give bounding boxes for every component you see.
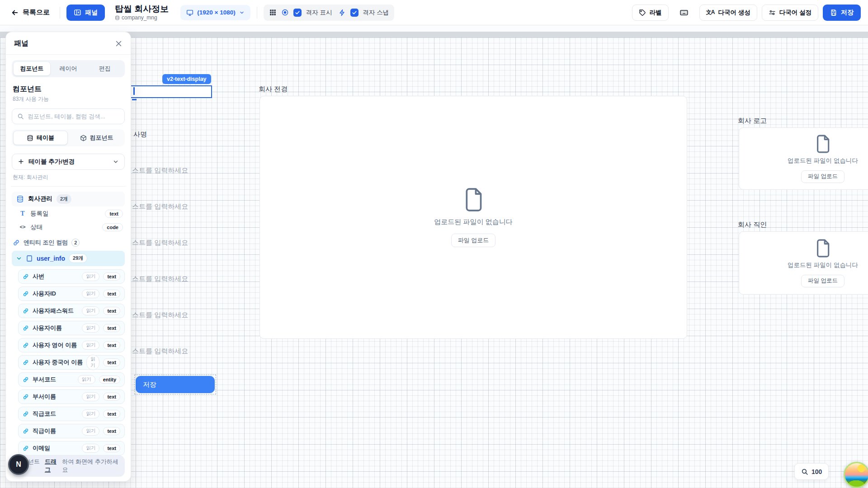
grid-options-group: 격자 표시 격자 스냅 xyxy=(264,5,395,21)
database-icon xyxy=(16,195,24,203)
back-to-list-button[interactable]: 목록으로 xyxy=(7,5,53,19)
canvas-save-button[interactable]: 저장 xyxy=(136,376,215,393)
text-input-placeholder[interactable]: 텍스트를 입력하세요 xyxy=(125,311,188,319)
translate-icon: 文A xyxy=(706,9,715,16)
chevron-down-icon xyxy=(239,10,245,15)
eye-icon[interactable] xyxy=(281,9,289,16)
source-mode-switch: 테이블 컴포넌트 xyxy=(12,129,125,146)
entity-column-item[interactable]: 직급코드 읽기 text xyxy=(18,407,125,421)
entity-column-item[interactable]: 부서코드 읽기 entity xyxy=(18,372,125,387)
link-icon xyxy=(23,291,29,297)
mode-table[interactable]: 테이블 xyxy=(13,131,68,145)
close-icon[interactable] xyxy=(115,40,123,47)
grid-show-checkbox[interactable] xyxy=(293,9,302,17)
column-name: 이메일 xyxy=(33,444,78,452)
save-button[interactable]: 저장 xyxy=(823,5,861,21)
type-badge: text xyxy=(103,307,120,315)
file-icon xyxy=(815,239,830,258)
entity-column-item[interactable]: 사용자 중국어 이름 읽기 text xyxy=(18,355,125,370)
access-badge: 읽기 xyxy=(82,272,99,281)
type-badge: text xyxy=(103,393,120,401)
file-upload-button[interactable]: 파일 업로드 xyxy=(451,234,496,247)
panel-title: 패널 xyxy=(14,39,28,48)
entity-join-section: 엔티티 조인 컬럼 2 xyxy=(12,239,125,247)
collaborator-cursor: N xyxy=(8,454,29,475)
label-button[interactable]: 라벨 xyxy=(632,5,669,21)
plus-icon xyxy=(18,158,24,165)
text-input-placeholder[interactable]: 텍스트를 입력하세요 xyxy=(125,239,188,247)
grid-icon xyxy=(269,9,277,16)
grid-snap-checkbox[interactable] xyxy=(350,9,359,17)
entity-column-item[interactable]: 사용자ID 읽기 text xyxy=(18,286,125,301)
text-input-placeholder[interactable]: 텍스트를 입력하세요 xyxy=(125,347,188,356)
empty-upload-text: 업로드된 파일이 없습니다 xyxy=(788,157,858,165)
tab-components[interactable]: 컴포넌트 xyxy=(14,62,50,75)
column-name: 사용자이름 xyxy=(33,324,78,332)
column-name: 사용자패스워드 xyxy=(33,307,78,315)
file-icon xyxy=(815,135,830,153)
i18n-generate-button[interactable]: 文A 다국어 생성 xyxy=(699,5,757,21)
add-table-button[interactable]: 테이블 추가/변경 xyxy=(12,154,125,169)
type-badge: text xyxy=(103,290,120,298)
text-input-placeholder[interactable]: 텍스트를 입력하세요 xyxy=(125,166,188,175)
user-avatar[interactable] xyxy=(844,462,868,488)
upload-dropzone[interactable]: 업로드된 파일이 없습니다 파일 업로드 xyxy=(739,127,868,190)
upload-section-label: 회사 직인 xyxy=(738,221,767,229)
entity-column-item[interactable]: 직급이름 읽기 text xyxy=(18,424,125,438)
entity-group-header[interactable]: user_info 29개 xyxy=(12,251,125,266)
join-count-badge: 2 xyxy=(71,239,80,247)
back-arrow-icon xyxy=(11,9,19,17)
table-group-header[interactable]: 회사관리 2개 xyxy=(12,192,125,206)
i18n-settings-button[interactable]: 다국어 설정 xyxy=(762,5,818,21)
entity-column-item[interactable]: 사용자이름 읽기 text xyxy=(18,321,125,335)
file-upload-button[interactable]: 파일 업로드 xyxy=(801,275,844,287)
access-badge: 읽기 xyxy=(82,306,99,315)
entity-column-item[interactable]: 사용자패스워드 읽기 text xyxy=(18,304,125,318)
code-type-icon: <> xyxy=(19,225,26,230)
chevron-down-icon xyxy=(113,159,119,165)
file-icon xyxy=(463,188,483,211)
component-panel: 패널 컴포넌트 레이어 편집 컴포넌트 83개 사용 가능 테이블 컴포넌트 xyxy=(5,32,131,482)
link-icon xyxy=(23,325,29,331)
table-column-row[interactable]: T 등록일 text xyxy=(12,207,125,220)
zoom-indicator[interactable]: 100 xyxy=(794,463,829,480)
panel-toggle-button[interactable]: 패널 xyxy=(66,5,105,21)
column-name: 사번 xyxy=(33,272,78,281)
entity-column-item[interactable]: 부서이름 읽기 text xyxy=(18,389,125,404)
lightning-icon xyxy=(339,9,346,16)
search-box xyxy=(12,108,125,124)
grid-snap-label: 격자 스냅 xyxy=(363,9,389,17)
tab-layers[interactable]: 레이어 xyxy=(50,62,87,75)
table-column-row[interactable]: <> 상태 code xyxy=(12,221,125,234)
type-badge: text xyxy=(103,410,120,418)
link-icon xyxy=(23,359,29,366)
search-input[interactable] xyxy=(28,113,119,120)
chevron-down-icon[interactable] xyxy=(16,255,22,262)
panel-tabs: 컴포넌트 레이어 편집 xyxy=(12,60,125,77)
text-cursor xyxy=(133,87,135,95)
text-input-placeholder[interactable]: 텍스트를 입력하세요 xyxy=(125,275,188,283)
column-name: 사용자ID xyxy=(33,290,78,298)
upload-dropzone[interactable]: 업로드된 파일이 없습니다 파일 업로드 xyxy=(259,96,687,339)
access-badge: 읽기 xyxy=(82,427,99,436)
search-icon xyxy=(17,113,24,120)
monitor-icon xyxy=(186,9,193,16)
type-badge: text xyxy=(103,358,120,366)
entity-column-item[interactable]: 이메일 읽기 text xyxy=(18,441,125,455)
resize-handle[interactable] xyxy=(132,99,137,100)
column-name: 부서코드 xyxy=(33,375,74,384)
type-badge: text xyxy=(103,427,120,435)
sidebar-icon xyxy=(74,9,81,16)
tab-edit[interactable]: 편집 xyxy=(86,62,123,75)
upload-dropzone[interactable]: 업로드된 파일이 없습니다 파일 업로드 xyxy=(739,231,868,295)
file-upload-button[interactable]: 파일 업로드 xyxy=(801,170,844,183)
entity-column-item[interactable]: 사용자 영어 이름 읽기 text xyxy=(18,338,125,352)
entity-column-item[interactable]: 사번 읽기 text xyxy=(18,269,125,284)
link-icon xyxy=(23,394,29,400)
text-input-placeholder[interactable]: 텍스트를 입력하세요 xyxy=(125,202,188,211)
table-name: 회사관리 xyxy=(28,195,52,203)
mode-component[interactable]: 컴포넌트 xyxy=(70,131,123,145)
sliders-icon xyxy=(769,9,776,16)
resolution-selector[interactable]: (868 × 488) xyxy=(180,5,250,20)
keyboard-shortcuts-icon[interactable] xyxy=(678,6,690,19)
